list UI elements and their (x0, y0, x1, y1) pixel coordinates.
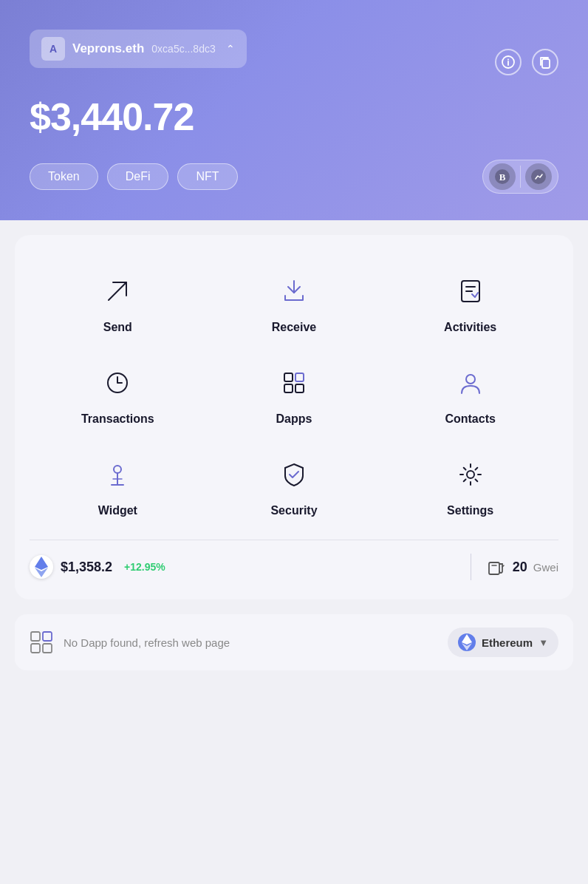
svg-point-17 (466, 375, 475, 384)
info-button[interactable] (495, 49, 522, 75)
transactions-icon (98, 364, 137, 402)
eth-logo (30, 555, 53, 579)
address-bar[interactable]: A Veprons.eth 0xca5c...8dc3 ⌃ (30, 30, 247, 68)
gas-unit: Gwei (533, 561, 558, 574)
svg-text:B: B (499, 171, 506, 183)
tab-divider (520, 166, 521, 188)
dapps-label: Dapps (276, 412, 312, 426)
svg-rect-28 (31, 632, 40, 641)
dapp-bar: No Dapp found, refresh web page Ethereum… (15, 614, 573, 670)
wallet-address: 0xca5c...8dc3 (151, 43, 215, 55)
dapps-small-icon (30, 630, 53, 654)
security-button[interactable]: Security (206, 441, 383, 532)
extra-icon-b[interactable]: B (489, 163, 516, 190)
wallet-avatar: A (41, 37, 65, 61)
network-name: Ethereum (482, 636, 533, 649)
extra-icons-group: B (482, 160, 558, 194)
svg-line-7 (109, 282, 126, 300)
receive-button[interactable]: Receive (206, 257, 383, 349)
extra-icon-chart[interactable] (525, 163, 552, 190)
eth-network-logo (458, 633, 476, 651)
copy-button[interactable] (532, 49, 558, 75)
dapps-button[interactable]: Dapps (206, 349, 383, 441)
send-icon (98, 272, 137, 310)
action-grid: Send Receive Activities (30, 257, 558, 532)
gas-icon (486, 557, 507, 577)
nft-tab[interactable]: NFT (177, 163, 237, 190)
settings-icon (451, 455, 490, 494)
svg-rect-13 (284, 373, 293, 381)
contacts-button[interactable]: Contacts (382, 349, 558, 441)
transactions-button[interactable]: Transactions (30, 349, 206, 441)
widget-icon (98, 455, 137, 494)
contacts-label: Contacts (445, 412, 495, 426)
activities-label: Activities (444, 321, 496, 334)
svg-point-18 (114, 466, 121, 473)
gas-value: 20 (513, 560, 527, 575)
send-label: Send (103, 321, 132, 334)
svg-rect-31 (43, 644, 52, 653)
contacts-icon (451, 364, 490, 402)
balance-display: $3,440.72 (30, 95, 558, 139)
transactions-label: Transactions (81, 412, 154, 426)
send-button[interactable]: Send (30, 257, 206, 349)
eth-price-stat: $1,358.2 +12.95% (30, 555, 456, 579)
receive-icon (275, 272, 313, 310)
svg-point-2 (507, 59, 509, 61)
network-chevron-icon: ▼ (539, 637, 548, 648)
svg-rect-14 (295, 373, 304, 381)
stats-row: $1,358.2 +12.95% 20 Gwei (30, 540, 558, 585)
main-card: Send Receive Activities (15, 235, 573, 599)
svg-point-22 (467, 471, 474, 478)
security-icon (275, 455, 313, 494)
settings-label: Settings (447, 504, 493, 517)
svg-rect-25 (489, 562, 499, 574)
security-label: Security (270, 504, 317, 517)
gas-stat: 20 Gwei (486, 557, 558, 577)
dapps-icon (275, 364, 313, 402)
svg-rect-3 (542, 59, 550, 68)
network-selector[interactable]: Ethereum ▼ (448, 628, 558, 657)
svg-rect-16 (295, 384, 304, 392)
svg-rect-29 (43, 632, 52, 641)
chevron-down-icon: ⌃ (226, 43, 235, 55)
activities-icon (451, 272, 490, 310)
eth-change: +12.95% (124, 561, 165, 573)
stat-divider (471, 554, 471, 580)
settings-button[interactable]: Settings (382, 441, 558, 532)
eth-price: $1,358.2 (61, 560, 112, 575)
wallet-name: Veprons.eth (72, 41, 144, 56)
dapp-message: No Dapp found, refresh web page (64, 636, 437, 649)
activities-button[interactable]: Activities (382, 257, 558, 349)
receive-label: Receive (272, 321, 317, 334)
token-tab[interactable]: Token (30, 163, 98, 190)
widget-button[interactable]: Widget (30, 441, 206, 532)
widget-label: Widget (98, 504, 137, 517)
svg-rect-15 (284, 384, 293, 392)
svg-marker-32 (462, 634, 472, 645)
svg-marker-23 (35, 557, 48, 570)
svg-rect-30 (31, 644, 40, 653)
defi-tab[interactable]: DeFi (107, 163, 169, 190)
hero-section: A Veprons.eth 0xca5c...8dc3 ⌃ $3,44 (0, 0, 588, 220)
